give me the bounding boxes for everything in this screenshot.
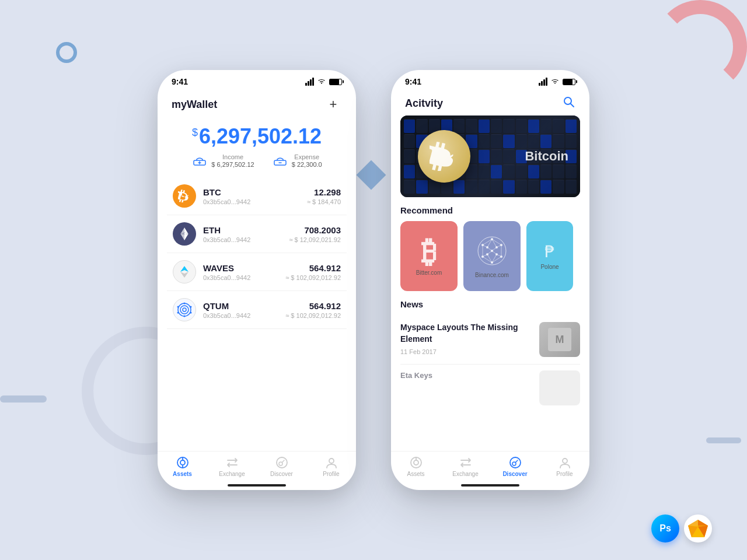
waves-info: WAVES 0x3b5ca0...9442 [203, 263, 278, 281]
home-indicator-1 [228, 484, 286, 487]
svg-text:M: M [556, 334, 564, 345]
waves-logo [173, 260, 196, 284]
income-expense-row: Income $ 6,297,502.12 [169, 153, 344, 168]
coin-item-waves[interactable]: WAVES 0x3b5ca0...9442 564.912 ≈ $ 102,09… [167, 253, 347, 291]
nav-profile-1[interactable]: Profile [306, 456, 356, 477]
svg-point-18 [177, 312, 179, 314]
svg-point-13 [183, 308, 186, 312]
svg-point-12 [180, 306, 189, 314]
phone1-content: myWallet + $6,297,502.12 [158, 90, 356, 490]
svg-line-57 [497, 254, 501, 257]
svg-point-69 [563, 459, 567, 463]
qtum-symbol: QTUM [203, 301, 278, 311]
wallet-title: myWallet [172, 99, 217, 111]
bottom-nav-2: Assets Exchange Discover [391, 451, 589, 484]
status-bar-1: 9:41 [158, 70, 356, 90]
battery-icon-2 [563, 79, 575, 85]
news-title-2: Eta Keys [400, 370, 532, 381]
coin-list: BTC 0x3b5ca0...9442 12.298 ≈ $ 184,470 [158, 177, 356, 451]
add-button[interactable]: + [324, 96, 342, 113]
waves-usd: ≈ $ 102,092,012.92 [285, 274, 341, 281]
svg-marker-9 [180, 266, 189, 272]
svg-line-55 [492, 251, 497, 254]
bg-decoration-circle [56, 42, 77, 63]
waves-amount: 564.912 [285, 263, 341, 273]
bitter-icon: ₿ [421, 237, 437, 267]
phone-activity: 9:41 [391, 70, 589, 490]
nav-exchange-2[interactable]: Exchange [441, 456, 490, 477]
coin-item-btc[interactable]: BTC 0x3b5ca0...9442 12.298 ≈ $ 184,470 [167, 177, 347, 215]
news-thumb-2 [539, 370, 580, 405]
eth-usd: ≈ $ 12,092,021.92 [289, 236, 341, 243]
nav-discover-label-1: Discover [270, 471, 293, 477]
news-label: News [400, 299, 580, 309]
news-item-1[interactable]: Myspace Layouts The Missing Element 11 F… [400, 315, 580, 365]
expense-icon [272, 155, 288, 167]
signal-bars-2 [539, 78, 547, 86]
qtum-usd: ≈ $ 102,092,012.92 [285, 312, 341, 319]
svg-line-53 [492, 247, 497, 251]
wifi-icon-1 [317, 78, 326, 86]
svg-point-28 [554, 83, 556, 84]
nav-discover-2[interactable]: Discover [490, 456, 540, 477]
status-icons-1 [305, 78, 342, 86]
search-button[interactable] [563, 96, 575, 111]
rec-card-polo[interactable]: ₱ Polone [526, 221, 573, 291]
svg-point-29 [564, 97, 571, 104]
nav-assets-label-1: Assets [173, 471, 192, 477]
income-icon [191, 155, 208, 167]
svg-point-16 [190, 312, 192, 314]
eth-value: 708.2003 ≈ $ 12,092,021.92 [289, 225, 341, 243]
bitcoin-coin [418, 130, 470, 183]
status-bar-2: 9:41 [391, 70, 589, 90]
nav-profile-label-2: Profile [556, 471, 573, 477]
rec-card-bitter[interactable]: ₿ Bitter.com [400, 221, 458, 291]
activity-content: Bitcoin Recommend ₿ Bitter.com [391, 116, 589, 451]
svg-point-15 [190, 306, 192, 308]
nav-exchange-label-1: Exchange [219, 471, 245, 477]
hero-banner[interactable]: Bitcoin [400, 116, 580, 197]
eth-logo [173, 222, 196, 246]
nav-assets-label-2: Assets [407, 471, 424, 477]
coin-item-eth[interactable]: ETH 0x3b5ca0...9442 708.2003 ≈ $ 12,092,… [167, 215, 347, 253]
qtum-info: QTUM 0x3b5ca0...9442 [203, 301, 278, 319]
binance-label: Binance.com [475, 272, 509, 278]
balance-amount: $6,297,502.12 [169, 124, 344, 149]
binance-icon [476, 235, 508, 270]
svg-point-21 [180, 460, 185, 465]
nav-assets-1[interactable]: Assets [158, 456, 207, 477]
svg-line-30 [571, 104, 574, 107]
nav-discover-1[interactable]: Discover [257, 456, 306, 477]
photoshop-badge: Ps [651, 514, 679, 542]
status-time-1: 9:41 [172, 77, 188, 86]
eth-info: ETH 0x3b5ca0...9442 [203, 225, 282, 243]
news-title-1: Myspace Layouts The Missing Element [400, 322, 532, 345]
nav-assets-2[interactable]: Assets [391, 456, 441, 477]
svg-line-58 [483, 254, 487, 257]
income-label: Income [211, 153, 254, 160]
home-indicator-2 [461, 484, 519, 487]
svg-point-0 [321, 83, 322, 84]
news-date-1: 11 Feb 2017 [400, 348, 532, 355]
coin-item-qtum[interactable]: QTUM 0x3b5ca0...9442 564.912 ≈ $ 102,092… [167, 291, 347, 329]
sketch-badge [684, 514, 712, 542]
svg-line-56 [487, 251, 492, 254]
nav-profile-2[interactable]: Profile [540, 456, 589, 477]
nav-exchange-1[interactable]: Exchange [207, 456, 257, 477]
status-icons-2 [539, 78, 575, 86]
eth-amount: 708.2003 [289, 225, 341, 235]
bitter-label: Bitter.com [416, 270, 442, 276]
btc-value: 12.298 ≈ $ 184,470 [307, 187, 341, 205]
recommend-row: ₿ Bitter.com [400, 221, 580, 291]
qtum-logo [173, 298, 196, 321]
rec-card-binance[interactable]: Binance.com [463, 221, 521, 291]
btc-address: 0x3b5ca0...9442 [203, 198, 300, 205]
svg-line-52 [483, 245, 487, 247]
nav-discover-label-2: Discover [502, 471, 527, 477]
battery-icon-1 [329, 79, 342, 85]
btc-logo [173, 184, 196, 208]
news-item-2[interactable]: Eta Keys [400, 365, 580, 411]
btc-symbol: BTC [203, 187, 300, 197]
balance-section: $6,297,502.12 Income $ [158, 118, 356, 177]
news-thumb-1: M [539, 322, 580, 357]
